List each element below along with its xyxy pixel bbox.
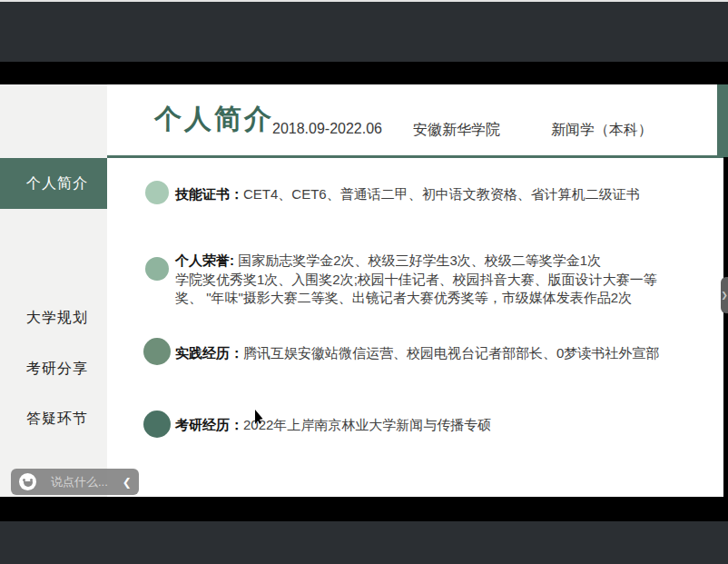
bullet-dot-kaoyan bbox=[143, 411, 171, 438]
practice-row: 实践经历：腾讯互娱安徽站微信运营、校园电视台记者部部长、0梦读书社外宣部 bbox=[175, 344, 697, 363]
emoji-icon[interactable] bbox=[19, 473, 36, 490]
school-name: 安徽新华学院 bbox=[413, 121, 500, 140]
bullet-dot-skills bbox=[145, 181, 169, 204]
sidebar-item-qa[interactable]: 答疑环节 bbox=[0, 405, 107, 432]
bullet-dot-honors bbox=[145, 257, 169, 281]
study-period: 2018.09-2022.06 bbox=[272, 121, 382, 137]
practice-label: 实践经历： bbox=[175, 345, 243, 361]
chevron-left-icon[interactable]: ❮ bbox=[123, 476, 132, 489]
chat-bar[interactable]: 说点什么... ❮ bbox=[11, 469, 139, 495]
bottom-bar-area bbox=[0, 521, 728, 564]
slide-nav-sidebar: 个人简介 大学规划 考研分享 答疑环节 bbox=[0, 84, 107, 497]
top-toolbar-area bbox=[0, 2, 728, 62]
panel-expand-handle[interactable]: ❯ bbox=[721, 277, 728, 313]
sidebar-item-kaoyan-share[interactable]: 考研分享 bbox=[0, 355, 107, 382]
honors-text: 国家励志奖学金2次、校级三好学生3次、校级二等奖学金1次 学院奖优秀奖1次、入围… bbox=[175, 252, 657, 305]
major-name: 新闻学（本科） bbox=[551, 121, 653, 140]
header-divider bbox=[107, 155, 728, 158]
kaoyan-label: 考研经历： bbox=[175, 417, 243, 432]
skills-label: 技能证书： bbox=[175, 186, 243, 202]
chevron-right-icon: ❯ bbox=[721, 291, 728, 300]
skills-text: CET4、CET6、普通话二甲、初中语文教资格、省计算机二级证书 bbox=[243, 186, 640, 202]
top-letterbox bbox=[0, 62, 728, 84]
page-title: 个人简介 bbox=[154, 101, 274, 138]
honors-label: 个人荣誉: bbox=[175, 252, 234, 268]
screen: 个人简介 2018.09-2022.06 安徽新华学院 新闻学（本科） 个人简介… bbox=[0, 0, 728, 564]
kaoyan-row: 考研经历：2022年上岸南京林业大学新闻与传播专硕 bbox=[175, 416, 697, 435]
kaoyan-text: 2022年上岸南京林业大学新闻与传播专硕 bbox=[243, 417, 491, 432]
practice-text: 腾讯互娱安徽站微信运营、校园电视台记者部部长、0梦读书社外宣部 bbox=[243, 345, 659, 361]
right-edge bbox=[723, 157, 728, 497]
sidebar-item-profile[interactable]: 个人简介 bbox=[0, 158, 107, 209]
chat-input[interactable]: 说点什么... bbox=[51, 474, 108, 490]
slide: 个人简介 2018.09-2022.06 安徽新华学院 新闻学（本科） 个人简介… bbox=[0, 84, 728, 497]
bullet-dot-practice bbox=[143, 338, 171, 365]
sidebar-item-college-plan[interactable]: 大学规划 bbox=[0, 304, 107, 331]
header-accent-bar bbox=[717, 84, 728, 157]
bottom-letterbox bbox=[0, 497, 728, 521]
honors-row: 个人荣誉: 国家励志奖学金2次、校级三好学生3次、校级二等奖学金1次 学院奖优秀… bbox=[175, 252, 697, 308]
skills-row: 技能证书：CET4、CET6、普通话二甲、初中语文教资格、省计算机二级证书 bbox=[175, 185, 697, 204]
